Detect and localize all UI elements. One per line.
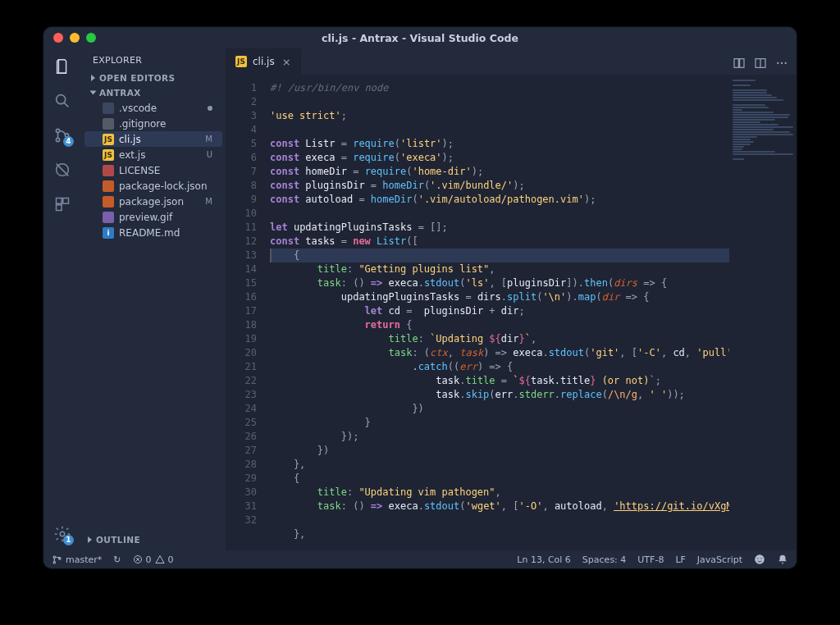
json-file-icon — [103, 196, 114, 208]
section-open-editors[interactable]: OPEN EDITORS — [84, 71, 222, 85]
status-bar: master* ↻ 0 0 Ln 13, Col 6 Spaces: 4 UTF… — [43, 550, 797, 568]
file-label: ext.js — [119, 149, 145, 161]
svg-rect-6 — [63, 198, 69, 204]
tab-label: cli.js — [253, 56, 275, 67]
folder-file-icon — [103, 103, 114, 114]
svg-point-20 — [757, 558, 758, 559]
svg-point-2 — [56, 138, 59, 141]
js-file-icon: JS — [103, 149, 114, 161]
close-window-button[interactable] — [53, 33, 63, 43]
svg-point-0 — [57, 95, 66, 104]
window-controls — [53, 33, 96, 43]
editor-group: JS cli.js × 1234567891011121314151617181… — [226, 48, 797, 550]
file-preview-gif[interactable]: preview.gif — [84, 209, 222, 225]
file-label: README.md — [119, 227, 180, 239]
file-label: cli.js — [119, 134, 141, 145]
js-file-icon: JS — [103, 134, 114, 145]
zoom-window-button[interactable] — [86, 33, 96, 43]
eol-status[interactable]: LF — [675, 554, 685, 565]
editor-actions — [733, 57, 797, 75]
section-project[interactable]: ANTRAX — [84, 85, 222, 100]
scm-badge: 4 — [63, 136, 74, 147]
feedback-smiley-icon[interactable] — [754, 554, 765, 565]
svg-rect-9 — [734, 59, 738, 68]
svg-point-12 — [777, 62, 778, 64]
section-outline[interactable]: OUTLINE — [81, 532, 226, 547]
json-file-icon — [103, 180, 114, 192]
more-actions-icon[interactable] — [775, 57, 788, 70]
file-label: package.json — [119, 196, 184, 208]
svg-point-13 — [781, 62, 783, 64]
file-label: package-lock.json — [119, 180, 208, 192]
svg-point-21 — [760, 558, 761, 559]
encoding-status[interactable]: UTF-8 — [637, 554, 664, 565]
search-icon[interactable] — [52, 91, 72, 111]
file-package-lock-json[interactable]: package-lock.json — [84, 178, 222, 194]
file-label: preview.gif — [119, 212, 172, 223]
workbench: 4 1 EXPLORER OPEN EDITORS ANTRAX .vscode… — [43, 48, 797, 550]
md-file-icon: i — [103, 227, 114, 239]
sidebar-title: EXPLORER — [81, 48, 226, 71]
git-branch-status[interactable]: master* — [52, 554, 102, 565]
tab-close-icon[interactable]: × — [281, 56, 293, 68]
svg-point-14 — [785, 62, 787, 64]
settings-badge: 1 — [63, 535, 74, 545]
minimap[interactable] — [729, 75, 797, 550]
file-status: M — [205, 135, 212, 144]
file-license[interactable]: LICENSE — [84, 162, 222, 178]
svg-rect-7 — [57, 205, 62, 211]
file-status: U — [207, 150, 212, 159]
file--gitignore[interactable]: .gitignore — [84, 116, 222, 131]
split-editor-icon[interactable] — [754, 57, 767, 70]
activity-bar: 4 1 — [43, 48, 81, 550]
code-content[interactable]: #! /usr/bin/env node'use strict';const L… — [265, 75, 729, 550]
js-icon: JS — [235, 56, 247, 67]
line-number-gutter: 1234567891011121314151617181920212223242… — [226, 75, 265, 550]
settings-gear-icon[interactable]: 1 — [52, 524, 72, 544]
file-label: .vscode — [119, 103, 157, 114]
vscode-window: cli.js - Antrax - Visual Studio Code 4 — [43, 27, 797, 568]
extensions-icon[interactable] — [52, 194, 72, 214]
tab-cli-js[interactable]: JS cli.js × — [226, 48, 301, 75]
svg-rect-5 — [57, 198, 62, 204]
svg-point-16 — [53, 561, 55, 563]
svg-point-19 — [755, 554, 765, 564]
debug-icon[interactable] — [52, 160, 72, 180]
lic-file-icon — [103, 165, 114, 176]
tab-bar: JS cli.js × — [226, 48, 797, 75]
file-readme-md[interactable]: iREADME.md — [84, 225, 222, 240]
file-status — [208, 103, 212, 112]
svg-point-1 — [56, 129, 59, 132]
file-label: .gitignore — [119, 118, 166, 130]
file-label: LICENSE — [119, 165, 160, 176]
file-package-json[interactable]: package.jsonM — [84, 194, 222, 209]
file--vscode[interactable]: .vscode — [84, 100, 222, 116]
language-mode-status[interactable]: JavaScript — [697, 554, 742, 565]
problems-status[interactable]: 0 0 — [133, 554, 174, 565]
minimize-window-button[interactable] — [70, 33, 80, 43]
indentation-status[interactable]: Spaces: 4 — [582, 554, 626, 565]
window-title: cli.js - Antrax - Visual Studio Code — [43, 32, 797, 44]
explorer-icon[interactable] — [52, 57, 72, 76]
editor[interactable]: 1234567891011121314151617181920212223242… — [226, 75, 797, 550]
file-cli-js[interactable]: JScli.jsM — [84, 131, 222, 147]
sidebar-explorer: EXPLORER OPEN EDITORS ANTRAX .vscode.git… — [81, 48, 226, 550]
svg-rect-10 — [740, 59, 744, 68]
img-file-icon — [103, 212, 114, 223]
sync-status[interactable]: ↻ — [113, 554, 121, 565]
title-bar: cli.js - Antrax - Visual Studio Code — [43, 27, 797, 48]
file-status: M — [205, 197, 212, 206]
source-control-icon[interactable]: 4 — [52, 125, 72, 145]
gray-file-icon — [103, 118, 114, 130]
file-ext-js[interactable]: JSext.jsU — [84, 147, 222, 162]
cursor-position-status[interactable]: Ln 13, Col 6 — [517, 554, 571, 565]
svg-point-15 — [53, 556, 55, 558]
notifications-bell-icon[interactable] — [777, 554, 788, 565]
compare-icon[interactable] — [733, 57, 746, 70]
